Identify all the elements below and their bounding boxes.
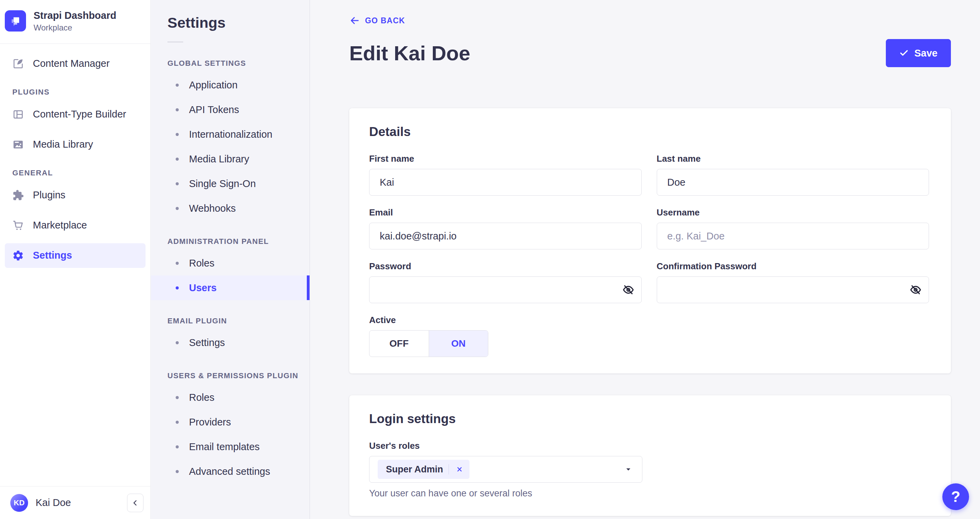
confirmation-password-input[interactable] — [657, 277, 929, 303]
password-input[interactable] — [369, 277, 642, 303]
eye-off-icon — [909, 283, 922, 296]
subnav-item-single-sign-on[interactable]: Single Sign-On — [151, 171, 310, 196]
last-name-label: Last name — [657, 153, 929, 164]
subnav-item-application[interactable]: Application — [151, 73, 310, 97]
username-input[interactable] — [657, 223, 929, 249]
subnav-item-label: Settings — [189, 337, 225, 349]
subnav-item-label: Single Sign-On — [189, 178, 256, 189]
sidebar-item-label: Marketplace — [33, 220, 87, 231]
subnav-item-label: Application — [189, 80, 238, 91]
sidebar-item-media-library[interactable]: Media Library — [5, 132, 146, 157]
subnav-item-label: Providers — [189, 417, 231, 428]
subnav-section-global-settings: GLOBAL SETTINGS — [167, 59, 310, 68]
toggle-on-button[interactable]: ON — [429, 331, 488, 357]
toggle-password-visibility-button[interactable] — [619, 280, 638, 300]
subnav-section-email-plugin: EMAIL PLUGIN — [167, 317, 310, 325]
help-button[interactable]: ? — [942, 483, 969, 510]
first-name-field-group: First name — [369, 153, 642, 196]
toggle-confirmation-visibility-button[interactable] — [906, 280, 926, 300]
subnav-item-up-roles[interactable]: Roles — [151, 385, 310, 410]
bullet-icon — [176, 341, 179, 344]
sidebar-item-content-manager[interactable]: Content Manager — [5, 51, 146, 76]
sidebar-item-settings[interactable]: Settings — [5, 243, 146, 268]
email-input[interactable] — [369, 223, 642, 249]
subnav-title: Settings — [167, 14, 310, 31]
subnav-item-email-settings[interactable]: Settings — [151, 330, 310, 355]
arrow-left-icon — [349, 15, 360, 26]
sidebar-item-marketplace[interactable]: Marketplace — [5, 213, 146, 238]
avatar[interactable]: KD — [10, 494, 28, 512]
password-field-group: Password — [369, 261, 642, 303]
subnav-item-email-templates[interactable]: Email templates — [151, 435, 310, 459]
settings-subnav: Settings GLOBAL SETTINGS Application API… — [151, 0, 310, 519]
user-profile-row: KD Kai Doe — [0, 486, 150, 519]
subnav-item-advanced-settings[interactable]: Advanced settings — [151, 459, 310, 484]
content-manager-icon — [12, 58, 24, 70]
roles-dropdown-button[interactable] — [622, 465, 635, 474]
subnav-item-label: Roles — [189, 392, 214, 403]
marketplace-icon — [12, 220, 24, 231]
main-sidebar: Strapi Dashboard Workplace Content Manag… — [0, 0, 151, 519]
sidebar-item-plugins[interactable]: Plugins — [5, 183, 146, 208]
bullet-icon — [176, 421, 179, 424]
sidebar-item-label: Content-Type Builder — [33, 108, 126, 120]
eye-off-icon — [622, 283, 635, 296]
role-tag-super-admin: Super Admin — [378, 460, 469, 479]
go-back-link[interactable]: GO BACK — [349, 15, 405, 26]
sidebar-section-plugins: PLUGINS — [5, 88, 146, 97]
toggle-off-button[interactable]: OFF — [369, 331, 429, 357]
subnav-item-providers[interactable]: Providers — [151, 410, 310, 435]
workspace-name: Workplace — [33, 23, 116, 33]
subnav-item-label: Internationalization — [189, 129, 272, 140]
sidebar-section-general: GENERAL — [5, 169, 146, 177]
subnav-section-users-permissions-plugin: USERS & PERMISSIONS PLUGIN — [167, 371, 310, 380]
subnav-section-administration-panel: ADMINISTRATION PANEL — [167, 237, 310, 246]
sidebar-item-content-type-builder[interactable]: Content-Type Builder — [5, 102, 146, 127]
login-settings-title: Login settings — [369, 412, 929, 426]
bullet-icon — [176, 182, 179, 185]
subnav-item-media-library[interactable]: Media Library — [151, 146, 310, 171]
check-icon — [899, 48, 909, 58]
sidebar-item-label: Content Manager — [33, 58, 110, 69]
page-title: Edit Kai Doe — [349, 41, 470, 65]
chevron-down-icon — [624, 465, 632, 473]
save-button[interactable]: Save — [886, 39, 951, 67]
subnav-item-label: Users — [189, 282, 217, 294]
close-icon — [456, 466, 463, 473]
sidebar-nav: Content Manager PLUGINS Content-Type Bui… — [0, 44, 150, 486]
subnav-item-label: Media Library — [189, 153, 249, 165]
collapse-sidebar-button[interactable] — [127, 494, 143, 512]
brand-header[interactable]: Strapi Dashboard Workplace — [0, 0, 150, 44]
subnav-item-admin-users[interactable]: Users — [151, 275, 310, 300]
subnav-item-admin-roles[interactable]: Roles — [151, 251, 310, 275]
active-label: Active — [369, 315, 929, 325]
confirmation-password-label: Confirmation Password — [657, 261, 929, 272]
email-label: Email — [369, 207, 642, 218]
subnav-divider — [167, 41, 183, 43]
plugins-icon — [12, 189, 24, 201]
user-roles-select[interactable]: Super Admin — [369, 456, 643, 483]
save-button-label: Save — [914, 48, 937, 59]
remove-role-button[interactable] — [454, 464, 465, 474]
login-settings-card: Login settings User's roles Super Admin — [349, 395, 951, 516]
subnav-item-label: Advanced settings — [189, 466, 270, 477]
email-field-group: Email — [369, 207, 642, 249]
bullet-icon — [176, 262, 179, 265]
user-name: Kai Doe — [36, 497, 71, 508]
bullet-icon — [176, 133, 179, 136]
first-name-input[interactable] — [369, 169, 642, 196]
subnav-item-internationalization[interactable]: Internationalization — [151, 122, 310, 146]
app-title: Strapi Dashboard — [33, 10, 116, 22]
sidebar-item-label: Settings — [33, 250, 72, 261]
bullet-icon — [176, 396, 179, 399]
bullet-icon — [176, 207, 179, 210]
subnav-item-api-tokens[interactable]: API Tokens — [151, 97, 310, 122]
last-name-input[interactable] — [657, 169, 929, 196]
last-name-field-group: Last name — [657, 153, 929, 196]
subnav-item-label: Email templates — [189, 441, 259, 452]
bullet-icon — [176, 108, 179, 111]
subnav-item-webhooks[interactable]: Webhooks — [151, 196, 310, 221]
strapi-logo-icon — [5, 10, 26, 32]
details-card: Details First name Last name Email — [349, 108, 951, 373]
brand-text: Strapi Dashboard Workplace — [33, 10, 116, 33]
